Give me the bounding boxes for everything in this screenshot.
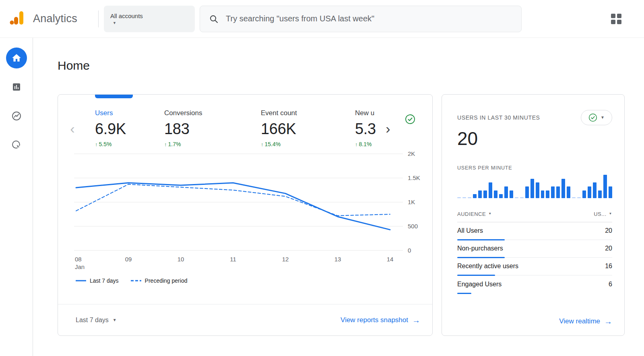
analytics-logo-icon[interactable] (9, 10, 25, 28)
minute-bar (489, 182, 492, 198)
active-tab-indicator (95, 95, 133, 98)
chevron-down-icon: ▼ (601, 116, 605, 120)
metric-value: 183 (164, 120, 261, 138)
metric-new-users[interactable]: New u 5.3 ↑ 8.1% (355, 109, 383, 147)
minute-bar (530, 179, 534, 198)
minute-bar (598, 190, 602, 198)
audience-name: Engaged Users (457, 281, 502, 288)
minute-bar (561, 179, 565, 198)
overview-card: ‹ Users 6.9K ↑ 5.5% Conversions 183 ↑ 1.… (58, 94, 433, 336)
home-icon (11, 53, 22, 63)
date-range-label: Last 7 days (76, 317, 109, 324)
minute-bar (525, 186, 529, 198)
minute-bar (473, 194, 477, 198)
audience-row[interactable]: All Users 20 (457, 222, 612, 240)
minute-bar (588, 186, 591, 198)
data-quality-icon[interactable] (405, 114, 415, 126)
solid-line-swatch (76, 279, 86, 282)
apps-grid-dot (611, 20, 615, 24)
metrics-scroll-left-button[interactable]: ‹ (68, 122, 77, 135)
sidebar-item-explore[interactable] (6, 106, 27, 126)
check-circle-icon (588, 113, 597, 122)
sidebar-nav (0, 38, 33, 356)
minute-bar (515, 197, 518, 198)
metric-delta: ↑ 8.1% (355, 141, 383, 147)
minute-bar (504, 186, 508, 198)
chevron-down-icon: ▼ (488, 212, 491, 215)
view-realtime-link[interactable]: View realtime → (559, 317, 612, 325)
main-content: Home ‹ Users 6.9K ↑ 5.5% Conversions 183 (33, 38, 644, 356)
minute-bar (483, 190, 487, 198)
search-input[interactable] (226, 14, 512, 23)
date-range-selector[interactable]: Last 7 days ▼ (76, 317, 117, 324)
audience-column-header[interactable]: AUDIENCE ▼ (457, 211, 492, 217)
up-arrow-icon: ↑ (355, 141, 358, 147)
minute-bar (603, 175, 607, 198)
up-arrow-icon: ↑ (261, 141, 264, 147)
metric-label: Conversions (164, 109, 261, 117)
minute-bar (494, 190, 497, 198)
minute-bar (510, 190, 513, 198)
metric-value: 6.9K (95, 120, 164, 138)
minute-bar (577, 197, 581, 198)
minute-bar (478, 190, 482, 198)
x-axis-tick-label: 13 (334, 256, 341, 263)
minute-bar (546, 190, 549, 198)
audience-value: 16 (605, 263, 612, 270)
minute-bar (609, 186, 612, 198)
chart-legend: Last 7 days Preceding period (76, 277, 432, 284)
metric-delta-value: 15.4% (265, 141, 281, 147)
users-per-minute-chart (457, 174, 612, 198)
up-arrow-icon: ↑ (164, 141, 167, 147)
account-selector[interactable]: All accounts ▼ (104, 6, 195, 32)
users-last-30min-value: 20 (457, 128, 612, 149)
x-axis-tick-label: 11 (230, 256, 236, 263)
metric-conversions[interactable]: Conversions 183 ↑ 1.7% (164, 109, 261, 147)
audience-name: Recently active users (457, 263, 518, 270)
audience-row[interactable]: Non-purchasers 20 (457, 240, 612, 258)
y-axis-tick-label: 0 (408, 247, 411, 254)
arrow-forward-icon: → (604, 317, 612, 325)
app-name: Analytics (33, 12, 77, 25)
audience-row[interactable]: Engaged Users 6 (457, 275, 612, 293)
audience-name: Non-purchasers (457, 245, 503, 252)
metric-delta: ↑ 15.4% (261, 141, 355, 147)
minute-bar (572, 197, 576, 198)
realtime-card: USERS IN LAST 30 MINUTES ▼ 20 USERS PER … (442, 94, 625, 336)
audience-table-header: AUDIENCE ▼ US... ▼ (457, 211, 612, 222)
legend-item-previous: Preceding period (131, 277, 188, 284)
sidebar-item-home[interactable] (6, 48, 27, 68)
metrics-scroll-right-button[interactable]: › (383, 122, 393, 135)
apps-grid-icon[interactable] (611, 14, 621, 24)
bar-chart-icon (12, 82, 21, 92)
search-icon (209, 14, 219, 24)
legend-label: Last 7 days (90, 277, 119, 284)
sidebar-item-reports[interactable] (6, 77, 27, 97)
minute-bar (536, 182, 539, 198)
dashed-series-line (76, 184, 390, 216)
legend-label: Preceding period (145, 277, 188, 284)
app-header: Analytics All accounts ▼ (0, 0, 644, 38)
metric-event-count[interactable]: Event count 166K ↑ 15.4% (261, 109, 355, 147)
overview-line-chart: 2K1.5K1K500008Jan091011121314 (74, 150, 428, 273)
audience-value: 6 (609, 281, 612, 288)
account-selector-label: All accounts (110, 12, 143, 19)
solid-series-line (76, 183, 390, 230)
audience-value: 20 (605, 245, 612, 252)
sidebar-item-advertising[interactable] (6, 135, 27, 155)
audience-row[interactable]: Recently active users 16 (457, 258, 612, 275)
users-per-minute-label: USERS PER MINUTE (457, 165, 612, 171)
metric-delta-value: 1.7% (168, 141, 181, 147)
minute-bar (541, 190, 545, 198)
metric-label: New u (355, 109, 383, 117)
users-column-header[interactable]: US... ▼ (594, 211, 612, 217)
view-realtime-label: View realtime (559, 317, 600, 325)
view-reports-snapshot-link[interactable]: View reports snapshot → (341, 316, 420, 324)
realtime-status-dropdown[interactable]: ▼ (581, 110, 612, 125)
metric-value: 5.3 (355, 120, 383, 138)
metric-users[interactable]: Users 6.9K ↑ 5.5% (95, 109, 164, 147)
search-bar[interactable] (200, 6, 522, 32)
audience-name: All Users (457, 227, 483, 234)
cards-row: ‹ Users 6.9K ↑ 5.5% Conversions 183 ↑ 1.… (58, 94, 625, 336)
y-axis-tick-label: 1K (408, 199, 415, 205)
